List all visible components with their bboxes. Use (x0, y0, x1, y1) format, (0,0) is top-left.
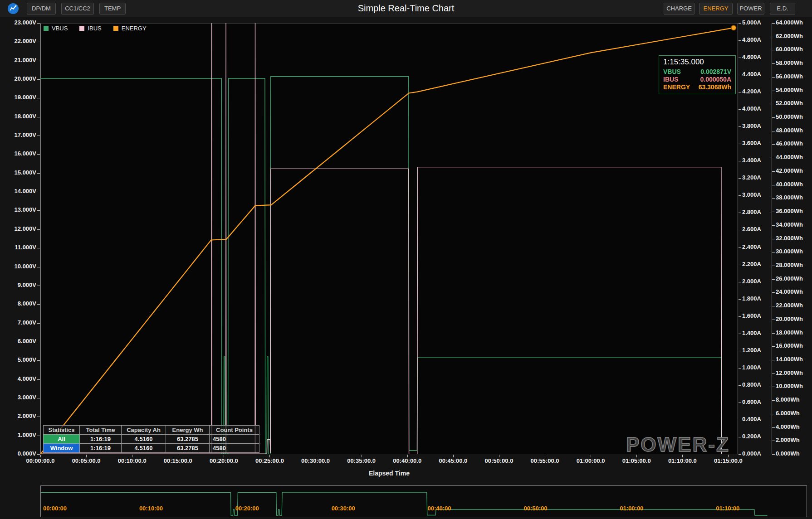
time-tick (40, 455, 41, 457)
legend-item-ibus[interactable]: IBUS (79, 25, 101, 32)
time-tick (269, 455, 270, 457)
current-tick-label: 1.600A (742, 312, 761, 319)
energy-tick (772, 454, 775, 455)
current-tick (739, 58, 741, 58)
energy-tick-label: 8.000Wh (776, 396, 800, 403)
current-tick (739, 213, 741, 213)
stats-cell: 4580 (210, 435, 259, 444)
energy-tick-label: 20.000Wh (776, 315, 803, 322)
powerz-watermark: POWER-Z (626, 433, 730, 456)
energy-tick (772, 63, 775, 64)
energy-tick-label: 34.000Wh (776, 221, 803, 228)
energy-tick (772, 212, 775, 212)
stats-cell: 63.2785 (166, 435, 210, 444)
stats-cell: 4580 (210, 444, 259, 453)
energy-tick (772, 239, 775, 239)
stats-cell: 4.5160 (122, 444, 166, 453)
voltage-tick (37, 98, 40, 98)
energy-tick (772, 158, 775, 158)
voltage-tick-label: 21.000V (1, 57, 36, 63)
app-window: DP/DM CC1/CC2 TEMP Simple Real-Time Char… (0, 0, 812, 519)
tab-charge[interactable]: CHARGE (664, 3, 695, 15)
energy-tick (772, 427, 775, 428)
x-axis-title: Elapsed Time (40, 470, 738, 477)
legend-item-vbus[interactable]: VBUS (44, 25, 68, 32)
current-tick (739, 144, 741, 144)
ibus-swatch-icon (79, 26, 84, 31)
energy-tick (772, 252, 775, 252)
time-tick-label: 00:20:00.0 (199, 457, 249, 464)
current-tick (739, 230, 741, 230)
current-tick-label: 0.600A (742, 398, 761, 405)
energy-tick (772, 171, 775, 172)
legend-item-energy[interactable]: ENERGY (113, 25, 147, 32)
nav-time-label: 00:30:00 (332, 505, 355, 512)
energy-tick (772, 400, 775, 401)
voltage-tick (37, 398, 40, 398)
time-tick (362, 455, 362, 457)
time-tick-label: 00:35:00.0 (337, 457, 386, 464)
energy-tick (772, 225, 775, 226)
voltage-tick (37, 42, 40, 42)
current-tick (739, 282, 741, 282)
voltage-tick (37, 436, 40, 436)
time-tick-label: 00:25:00.0 (245, 457, 294, 464)
voltage-tick-label: 6.000V (1, 338, 36, 344)
readout-row-ibus: IBUS 0.000050A (663, 76, 731, 83)
voltage-tick-label: 18.000V (1, 113, 36, 120)
legend-label-ibus: IBUS (88, 25, 101, 32)
energy-tick-label: 62.000Wh (776, 33, 803, 39)
stats-header-capacity: Capacity Ah (122, 426, 166, 435)
energy-tick-label: 2.000Wh (776, 437, 800, 443)
current-tick (739, 109, 741, 110)
tab-energy[interactable]: ENERGY (699, 3, 733, 15)
nav-time-label: 00:00:00 (43, 505, 67, 512)
energy-tick-label: 16.000Wh (776, 342, 803, 349)
current-tick-label: 2.000A (742, 278, 761, 285)
readout-value-vbus: 0.002871V (700, 68, 731, 76)
tab-ed[interactable]: E.D. (770, 3, 795, 15)
energy-tick-label: 40.000Wh (776, 181, 803, 188)
voltage-tick-label: 19.000V (1, 94, 36, 101)
voltage-tick (37, 117, 40, 117)
voltage-tick-label: 8.000V (1, 300, 36, 307)
tab-power[interactable]: POWER (737, 3, 764, 15)
current-tick-label: 4.400A (742, 71, 761, 78)
time-tick (545, 455, 545, 457)
current-tick (739, 75, 741, 75)
current-tick (739, 126, 741, 127)
energy-tick-label: 64.000Wh (776, 19, 803, 26)
current-tick (739, 265, 741, 265)
voltage-tick (37, 417, 40, 417)
legend-label-vbus: VBUS (52, 25, 68, 32)
energy-tick (772, 77, 775, 78)
time-tick-label: 00:05:00.0 (61, 457, 111, 464)
current-tick-label: 0.400A (742, 416, 761, 422)
current-tick-label: 3.800A (742, 122, 761, 129)
current-tick (739, 368, 741, 369)
navigator-canvas[interactable] (41, 486, 807, 517)
time-tick-label: 01:15:00.0 (703, 457, 753, 464)
voltage-tick (37, 454, 40, 455)
readout-value-energy: 63.3068Wh (699, 83, 731, 91)
voltage-tick (37, 79, 40, 80)
voltage-tick (37, 210, 40, 211)
trace-ibus (40, 23, 734, 454)
chart-canvas[interactable] (40, 23, 738, 454)
energy-tick-label: 38.000Wh (776, 194, 803, 201)
voltage-tick-label: 17.000V (1, 131, 36, 138)
voltage-tick-label: 7.000V (1, 319, 36, 326)
energy-tick (772, 266, 775, 266)
energy-tick-label: 56.000Wh (776, 73, 803, 80)
time-tick (453, 455, 454, 457)
energy-tick (772, 414, 775, 414)
nav-time-label: 00:20:00 (235, 505, 259, 512)
legend-label-energy: ENERGY (122, 25, 147, 32)
energy-tick (772, 198, 775, 199)
current-tick (739, 40, 741, 41)
current-tick-label: 1.200A (742, 347, 761, 354)
current-tick (739, 299, 741, 300)
timeline-navigator[interactable]: 00:00:0000:10:0000:20:0000:30:0000:40:00… (40, 485, 807, 517)
current-tick-label: 0.000A (742, 450, 761, 457)
voltage-tick-label: 0.000V (1, 450, 36, 457)
